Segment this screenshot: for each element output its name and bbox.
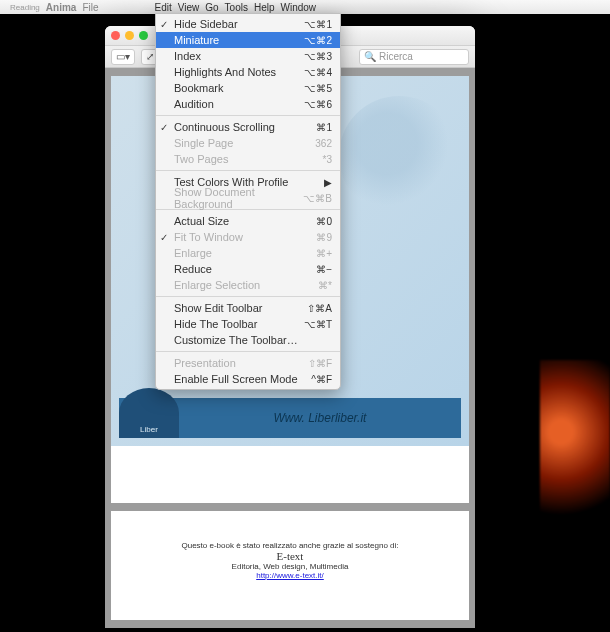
menu-shortcut: ⇧⌘A <box>307 303 332 314</box>
credits-maker: E-text <box>111 550 469 562</box>
credits-line1: Questo e-book è stato realizzato anche g… <box>111 541 469 550</box>
dove-illustration <box>339 96 459 216</box>
menubar-view[interactable]: View <box>178 2 200 13</box>
search-placeholder: Ricerca <box>379 51 413 62</box>
credits-link[interactable]: http://www.e-text.it/ <box>256 571 324 580</box>
menu-shortcut: ⌘1 <box>316 122 332 133</box>
menu-enlarge: Enlarge ⌘+ <box>156 245 340 261</box>
menu-item-label: Two Pages <box>174 153 228 165</box>
menubar-go[interactable]: Go <box>205 2 218 13</box>
menubar-edit[interactable]: Edit <box>155 2 172 13</box>
menu-shortcut: 362 <box>315 138 332 149</box>
menu-reduce[interactable]: Reduce ⌘− <box>156 261 340 277</box>
menu-customize-toolbar[interactable]: Customize The Toolbar… <box>156 332 340 348</box>
menu-item-label: Show Document Background <box>174 186 303 210</box>
menu-item-label: Presentation <box>174 357 236 369</box>
menu-item-label: Enable Full Screen Mode <box>174 373 298 385</box>
menu-shortcut: ⌥⌘6 <box>304 99 332 110</box>
close-icon[interactable] <box>111 31 120 40</box>
check-icon: ✓ <box>160 122 168 133</box>
menu-enlarge-selection: Enlarge Selection ⌘* <box>156 277 340 293</box>
menu-item-label: Fit To Window <box>174 231 243 243</box>
menu-item-label: Bookmark <box>174 82 224 94</box>
menu-highlights[interactable]: Highlights And Notes ⌥⌘4 <box>156 64 340 80</box>
menu-item-label: Continuous Scrolling <box>174 121 275 133</box>
menu-show-edit-toolbar[interactable]: Show Edit Toolbar ⇧⌘A <box>156 300 340 316</box>
menu-shortcut: ⌥⌘T <box>304 319 332 330</box>
sidebar-toggle-button[interactable]: ▭▾ <box>111 49 135 65</box>
menu-shortcut: ^⌘F <box>311 374 332 385</box>
menu-actual-size[interactable]: Actual Size ⌘0 <box>156 213 340 229</box>
check-icon: ✓ <box>160 232 168 243</box>
system-menubar: Reading Anima File Edit View Go Tools He… <box>0 0 610 14</box>
menu-shortcut: ⌘0 <box>316 216 332 227</box>
zoom-icon[interactable] <box>139 31 148 40</box>
menu-presentation: Presentation ⇧⌘F <box>156 355 340 371</box>
page-2: Questo e-book è stato realizzato anche g… <box>111 511 469 620</box>
menubar-label: Reading <box>10 3 40 12</box>
menu-audition[interactable]: Audition ⌥⌘6 <box>156 96 340 112</box>
menu-item-label: Show Edit Toolbar <box>174 302 262 314</box>
view-menu: ✓ Hide Sidebar ⌥⌘1 Miniature ⌥⌘2 Index ⌥… <box>155 13 341 390</box>
menu-item-label: Customize The Toolbar… <box>174 334 298 346</box>
liberliber-logo: Liber <box>119 388 179 438</box>
search-icon: 🔍 <box>364 51 376 62</box>
menu-bookmark[interactable]: Bookmark ⌥⌘5 <box>156 80 340 96</box>
menu-hide-sidebar[interactable]: ✓ Hide Sidebar ⌥⌘1 <box>156 16 340 32</box>
menu-shortcut: ⌘− <box>316 264 332 275</box>
menu-two-pages: Two Pages *3 <box>156 151 340 167</box>
menu-shortcut: ⌥⌘B <box>303 193 332 204</box>
menu-item-label: Single Page <box>174 137 233 149</box>
menu-shortcut: ⌘9 <box>316 232 332 243</box>
menu-item-label: Enlarge <box>174 247 212 259</box>
menu-miniature[interactable]: Miniature ⌥⌘2 <box>156 32 340 48</box>
menu-shortcut: ⌥⌘3 <box>304 51 332 62</box>
menu-single-page: Single Page 362 <box>156 135 340 151</box>
cover-url: Www. Liberliber.it <box>179 411 461 425</box>
check-icon: ✓ <box>160 19 168 30</box>
menu-fullscreen[interactable]: Enable Full Screen Mode ^⌘F <box>156 371 340 387</box>
menu-show-bg: Show Document Background ⌥⌘B <box>156 190 340 206</box>
menu-item-label: Enlarge Selection <box>174 279 260 291</box>
menubar-help[interactable]: Help <box>254 2 275 13</box>
menu-item-label: Actual Size <box>174 215 229 227</box>
submenu-arrow-icon: ▶ <box>324 177 332 188</box>
menubar-file[interactable]: File <box>82 2 98 13</box>
menu-index[interactable]: Index ⌥⌘3 <box>156 48 340 64</box>
menu-fit-window: ✓ Fit To Window ⌘9 <box>156 229 340 245</box>
menu-shortcut: ⌥⌘1 <box>304 19 332 30</box>
menubar-tools[interactable]: Tools <box>225 2 248 13</box>
menu-item-label: Audition <box>174 98 214 110</box>
menu-shortcut: ⇧⌘F <box>308 358 332 369</box>
menubar-app[interactable]: Anima <box>46 2 77 13</box>
wallpaper-wisp <box>540 360 610 540</box>
menu-shortcut: ⌥⌘4 <box>304 67 332 78</box>
menu-item-label: Reduce <box>174 263 212 275</box>
menu-hide-toolbar[interactable]: Hide The Toolbar ⌥⌘T <box>156 316 340 332</box>
menu-shortcut: *3 <box>323 154 332 165</box>
cover-footer: Liber Www. Liberliber.it <box>119 398 461 438</box>
menu-item-label: Miniature <box>174 34 219 46</box>
menu-shortcut: ⌘* <box>318 280 332 291</box>
menu-item-label: Highlights And Notes <box>174 66 276 78</box>
menu-item-label: Hide Sidebar <box>174 18 238 30</box>
menubar-window[interactable]: Window <box>281 2 317 13</box>
menu-shortcut: ⌥⌘2 <box>304 35 332 46</box>
minimize-icon[interactable] <box>125 31 134 40</box>
traffic-lights <box>111 31 148 40</box>
menu-continuous[interactable]: ✓ Continuous Scrolling ⌘1 <box>156 119 340 135</box>
credits-line2: Editoria, Web design, Multimedia <box>111 562 469 571</box>
search-input[interactable]: 🔍 Ricerca <box>359 49 469 65</box>
menu-shortcut: ⌥⌘5 <box>304 83 332 94</box>
menu-item-label: Index <box>174 50 201 62</box>
menu-item-label: Hide The Toolbar <box>174 318 257 330</box>
menu-shortcut: ⌘+ <box>316 248 332 259</box>
